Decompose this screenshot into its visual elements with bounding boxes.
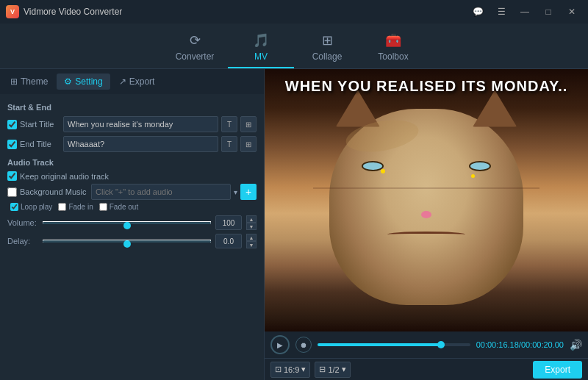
- panel-content: Start & End Start Title T ⊞ End Title T …: [0, 94, 264, 380]
- nav-converter-label: Converter: [176, 51, 215, 62]
- mv-icon: 🎵: [253, 32, 269, 49]
- audio-options-row: Loop play Fade in Fade out: [7, 203, 257, 211]
- nav-mv-label: MV: [254, 51, 268, 62]
- audio-section: Audio Track Keep original audio track Ba…: [7, 158, 257, 248]
- nav-collage[interactable]: ⊞ Collage: [294, 27, 360, 68]
- menu-button[interactable]: ☰: [491, 4, 512, 19]
- start-end-section: Start & End: [7, 103, 257, 112]
- bg-music-input[interactable]: [91, 184, 231, 200]
- right-panel: WHEN YOU REALISED ITS MONDAY.. ▶ ⏺ 00:00…: [265, 69, 588, 380]
- nav-mv[interactable]: 🎵 MV: [228, 27, 294, 68]
- delay-up-btn[interactable]: ▲: [246, 234, 257, 241]
- fade-in-checkbox[interactable]: [58, 203, 66, 211]
- delay-spin: ▲ ▼: [246, 234, 257, 248]
- loop-play-label[interactable]: Loop play: [10, 203, 52, 211]
- nav-toolbox[interactable]: 🧰 Toolbox: [360, 27, 426, 68]
- setting-icon: ⚙: [64, 76, 72, 87]
- nav-converter[interactable]: ⟳ Converter: [162, 27, 228, 68]
- volume-down-btn[interactable]: ▼: [246, 223, 257, 230]
- end-title-label[interactable]: End Title: [7, 140, 60, 149]
- converter-icon: ⟳: [190, 32, 201, 49]
- page-dropdown-icon: ▾: [342, 365, 346, 374]
- record-button[interactable]: ⏺: [295, 337, 312, 353]
- start-title-format-btn[interactable]: T: [221, 116, 237, 132]
- chat-button[interactable]: 💬: [467, 4, 488, 19]
- collage-icon: ⊞: [322, 32, 333, 49]
- start-title-label[interactable]: Start Title: [7, 120, 60, 129]
- start-title-checkbox[interactable]: [7, 120, 17, 129]
- delay-slider[interactable]: [43, 240, 211, 243]
- bg-music-label[interactable]: Background Music: [7, 187, 88, 197]
- keep-original-label[interactable]: Keep original audio track: [7, 171, 109, 181]
- delay-row: Delay: ▲ ▼: [7, 234, 257, 248]
- volume-row: Volume: ▲ ▼: [7, 215, 257, 230]
- ratio-select[interactable]: ⊡ 16:9 ▾: [270, 362, 310, 378]
- ratio-icon: ⊡: [275, 365, 282, 374]
- video-text-overlay: WHEN YOU REALISED ITS MONDAY..: [265, 78, 588, 95]
- volume-value[interactable]: [215, 215, 242, 230]
- start-title-row: Start Title T ⊞: [7, 116, 257, 132]
- progress-dot: [437, 341, 445, 348]
- volume-icon[interactable]: 🔊: [570, 339, 582, 351]
- export-button[interactable]: Export: [533, 361, 582, 379]
- app-title: Vidmore Video Converter: [24, 7, 122, 17]
- play-button[interactable]: ▶: [270, 335, 290, 354]
- volume-slider[interactable]: [43, 221, 211, 224]
- time-display: 00:00:16.18/00:00:20.00: [476, 340, 564, 349]
- maximize-button[interactable]: □: [538, 4, 559, 19]
- playback-controls: ▶ ⏺ 00:00:16.18/00:00:20.00 🔊: [265, 331, 588, 358]
- end-title-format-btn[interactable]: T: [221, 136, 237, 152]
- dropdown-arrow[interactable]: ▾: [234, 188, 237, 196]
- title-bar-left: V Vidmore Video Converter: [6, 5, 122, 18]
- nav-toolbox-label: Toolbox: [378, 51, 408, 62]
- audio-track-section: Audio Track: [7, 158, 257, 167]
- end-title-input[interactable]: [63, 136, 218, 152]
- fade-out-label[interactable]: Fade out: [99, 203, 138, 211]
- app-icon: V: [6, 5, 19, 18]
- volume-spin: ▲ ▼: [246, 215, 257, 230]
- start-title-grid-btn[interactable]: ⊞: [240, 116, 257, 132]
- tab-export[interactable]: ↗ Export: [112, 74, 162, 90]
- end-title-grid-btn[interactable]: ⊞: [240, 136, 257, 152]
- start-title-input[interactable]: [63, 116, 218, 132]
- progress-bar[interactable]: [318, 343, 470, 346]
- delay-value[interactable]: [215, 234, 242, 248]
- progress-fill: [318, 343, 441, 346]
- title-bar-controls: 💬 ☰ — □ ✕: [467, 4, 582, 19]
- toolbox-icon: 🧰: [385, 32, 401, 49]
- add-audio-btn[interactable]: +: [240, 184, 257, 200]
- video-area: WHEN YOU REALISED ITS MONDAY..: [265, 69, 588, 331]
- controls-bar2: ⊡ 16:9 ▾ ⊟ 1/2 ▾ Export: [265, 358, 588, 380]
- panel-tabs: ⊞ Theme ⚙ Setting ↗ Export: [0, 69, 264, 94]
- keep-original-checkbox[interactable]: [7, 171, 17, 181]
- theme-icon: ⊞: [10, 76, 18, 87]
- tab-theme[interactable]: ⊞ Theme: [3, 74, 55, 90]
- delay-down-btn[interactable]: ▼: [246, 241, 257, 248]
- page-select[interactable]: ⊟ 1/2 ▾: [315, 362, 350, 378]
- delay-label: Delay:: [7, 237, 38, 245]
- page-icon: ⊟: [319, 365, 326, 374]
- tab-setting[interactable]: ⚙ Setting: [57, 74, 110, 90]
- background-music-row: Background Music ▾ +: [7, 184, 257, 200]
- loop-play-checkbox[interactable]: [10, 203, 18, 211]
- fade-out-checkbox[interactable]: [99, 203, 107, 211]
- end-title-checkbox[interactable]: [7, 140, 17, 149]
- export-icon: ↗: [119, 76, 126, 87]
- volume-label: Volume:: [7, 218, 38, 227]
- nav-bar: ⟳ Converter 🎵 MV ⊞ Collage 🧰 Toolbox: [0, 24, 588, 69]
- end-title-row: End Title T ⊞: [7, 136, 257, 152]
- nav-collage-label: Collage: [312, 51, 343, 62]
- fade-in-label[interactable]: Fade in: [58, 203, 93, 211]
- keep-original-row: Keep original audio track: [7, 171, 257, 181]
- left-panel: ⊞ Theme ⚙ Setting ↗ Export Start & End S…: [0, 69, 265, 380]
- main-area: ⊞ Theme ⚙ Setting ↗ Export Start & End S…: [0, 69, 588, 380]
- close-button[interactable]: ✕: [562, 4, 582, 19]
- volume-up-btn[interactable]: ▲: [246, 215, 257, 223]
- title-bar: V Vidmore Video Converter 💬 ☰ — □ ✕: [0, 0, 588, 24]
- minimize-button[interactable]: —: [514, 4, 535, 19]
- ratio-dropdown-icon: ▾: [301, 365, 306, 374]
- bg-music-checkbox[interactable]: [7, 187, 17, 197]
